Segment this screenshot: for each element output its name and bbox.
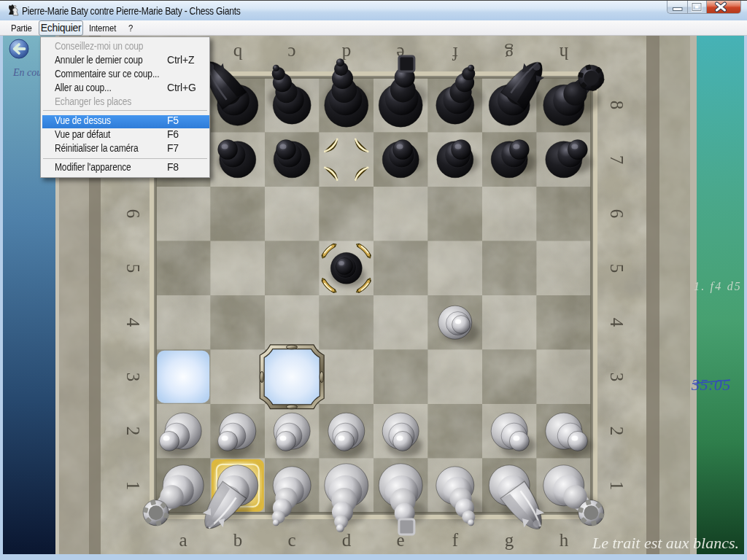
svg-text:f: f	[452, 44, 458, 63]
svg-text:2: 2	[123, 427, 143, 436]
svg-text:d: d	[342, 530, 352, 550]
svg-text:h: h	[559, 44, 568, 63]
svg-text:5: 5	[607, 264, 627, 273]
svg-text:8: 8	[607, 101, 627, 110]
svg-text:g: g	[505, 530, 514, 550]
svg-text:6: 6	[607, 209, 627, 219]
svg-text:g: g	[504, 44, 514, 63]
svg-text:6: 6	[123, 209, 143, 219]
svg-text:a: a	[179, 530, 187, 550]
svg-text:h: h	[560, 530, 569, 550]
svg-text:7: 7	[607, 155, 627, 165]
svg-text:1. f4 d5: 1. f4 d5	[694, 280, 742, 293]
svg-text:f: f	[452, 530, 459, 550]
svg-text:4: 4	[607, 318, 627, 327]
svg-text:b: b	[233, 530, 243, 550]
svg-text:1: 1	[123, 481, 143, 491]
svg-text:5: 5	[123, 264, 143, 273]
svg-text:c: c	[287, 44, 295, 63]
svg-text:1: 1	[607, 481, 627, 491]
svg-text:3: 3	[607, 373, 627, 382]
svg-text:Le trait est aux blancs.: Le trait est aux blancs.	[592, 534, 739, 552]
svg-text:2: 2	[607, 427, 627, 436]
svg-text:4: 4	[123, 318, 143, 327]
svg-text:3: 3	[123, 373, 143, 382]
svg-text:c: c	[287, 530, 295, 550]
svg-text:35:05: 35:05	[691, 376, 731, 394]
svg-text:b: b	[233, 44, 243, 63]
